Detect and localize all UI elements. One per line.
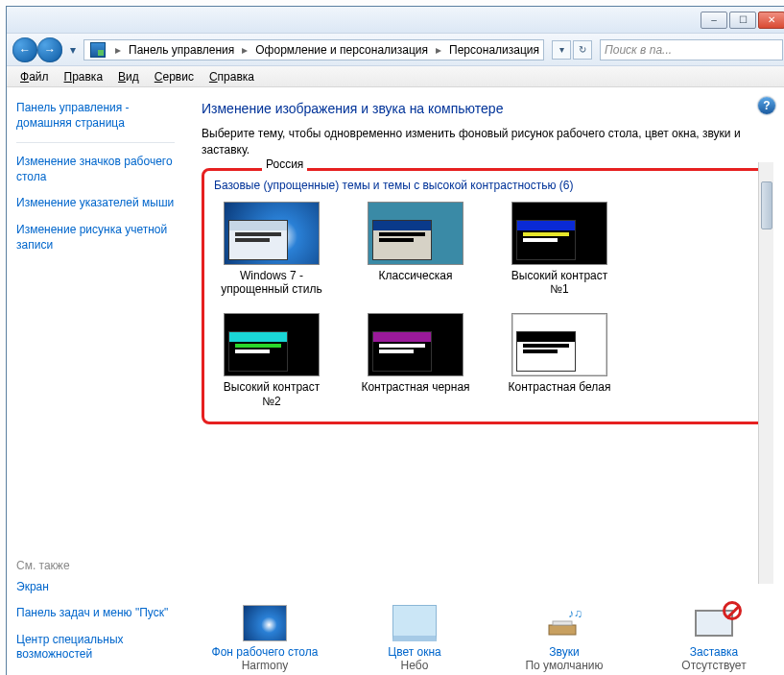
svg-rect-0	[549, 625, 576, 635]
help-icon[interactable]: ?	[758, 97, 775, 114]
page-title: Изменение изображения и звука на компьют…	[202, 101, 772, 116]
history-dropdown-icon[interactable]: ▾	[66, 43, 80, 57]
see-also-ease-of-access[interactable]: Центр специальных возможностей	[16, 633, 175, 663]
minimize-button[interactable]: –	[701, 12, 727, 29]
back-button[interactable]: ←	[12, 37, 37, 62]
menu-edit[interactable]: Правка	[59, 68, 109, 85]
theme-label: Классическая	[379, 269, 453, 282]
bottom-row: Фон рабочего стола Harmony Цвет окна Неб…	[202, 597, 772, 672]
see-also-header: См. также	[16, 559, 175, 572]
option-desktop-background[interactable]: Фон рабочего стола Harmony	[207, 605, 322, 672]
titlebar: – ☐ ✕	[7, 7, 784, 34]
bc-sep-icon: ▸	[430, 43, 447, 57]
sidebar-mouse-pointers[interactable]: Изменение указателей мыши	[16, 196, 175, 211]
window: – ☐ ✕ ← → ▾ ▸ Панель управления ▸ Оформл…	[6, 6, 784, 675]
theme-label: Контрастная черная	[361, 380, 469, 394]
scrollbar[interactable]	[758, 162, 773, 584]
sidebar: Панель управления - домашняя страница Из…	[7, 87, 184, 675]
option-value: По умолчанию	[525, 659, 603, 672]
theme-label: Windows 7 - упрощенный стиль	[214, 269, 329, 297]
sidebar-home-link[interactable]: Панель управления - домашняя страница	[16, 101, 175, 131]
theme-label: Высокий контраст №2	[214, 380, 329, 408]
partial-theme-label: Россия	[262, 157, 307, 171]
sidebar-account-picture[interactable]: Изменение рисунка учетной записи	[16, 223, 175, 253]
svg-text:♪♫: ♪♫	[568, 607, 582, 620]
bc-dropdown-button[interactable]: ▾	[552, 40, 571, 60]
navbar: ← → ▾ ▸ Панель управления ▸ Оформление и…	[7, 34, 784, 66]
bc-control-panel[interactable]: Панель управления	[127, 41, 236, 59]
option-label: Фон рабочего стола	[212, 645, 319, 659]
menu-service[interactable]: Сервис	[149, 68, 200, 85]
option-sounds[interactable]: ♪♫ Звуки По умолчанию	[507, 605, 622, 672]
forward-button[interactable]: →	[37, 37, 62, 62]
maximize-button[interactable]: ☐	[729, 12, 756, 29]
search-input[interactable]: Поиск в па...	[600, 39, 783, 60]
menu-help[interactable]: Справка	[203, 68, 260, 85]
bc-sep-icon: ▸	[109, 43, 127, 57]
screensaver-icon	[692, 605, 736, 641]
breadcrumb: ▸ Панель управления ▸ Оформление и персо…	[83, 39, 544, 60]
bc-sep-icon: ▸	[236, 43, 253, 57]
refresh-button[interactable]: ↻	[573, 40, 592, 60]
sounds-icon: ♪♫	[542, 605, 586, 641]
theme-contrast-black[interactable]: Контрастная черная	[358, 313, 473, 408]
theme-high-contrast-1[interactable]: Высокий контраст №1	[502, 202, 617, 297]
menubar: Файл Правка Вид Сервис Справка	[7, 66, 784, 87]
menu-view[interactable]: Вид	[112, 68, 145, 85]
main: Панель управления - домашняя страница Из…	[7, 87, 784, 675]
option-label: Заставка	[690, 645, 739, 659]
option-label: Звуки	[549, 645, 579, 659]
window-controls: – ☐ ✕	[701, 12, 784, 29]
svg-rect-1	[553, 621, 572, 625]
theme-win7-basic[interactable]: Windows 7 - упрощенный стиль	[214, 202, 329, 297]
theme-contrast-white[interactable]: Контрастная белая	[502, 313, 617, 408]
desktop-background-icon	[243, 605, 287, 641]
see-also: См. также Экран Панель задач и меню "Пус…	[16, 559, 175, 666]
close-button[interactable]: ✕	[758, 12, 784, 29]
menu-file[interactable]: Файл	[14, 68, 55, 85]
nav-arrows: ← →	[12, 37, 62, 62]
highlight-frame: Россия Базовые (упрощенные) темы и темы …	[202, 168, 772, 425]
content: ? Изменение изображения и звука на компь…	[184, 87, 784, 675]
theme-grid: Windows 7 - упрощенный стиль	[214, 202, 759, 409]
option-window-color[interactable]: Цвет окна Небо	[357, 605, 472, 672]
theme-label: Контрастная белая	[509, 380, 611, 394]
option-value: Harmony	[242, 659, 289, 672]
bc-personalization[interactable]: Персонализация	[447, 41, 541, 59]
theme-classic[interactable]: Классическая	[358, 202, 473, 297]
theme-label: Высокий контраст №1	[502, 269, 617, 297]
sidebar-desktop-icons[interactable]: Изменение значков рабочего стола	[16, 155, 175, 184]
page-subtitle: Выберите тему, чтобы одновременно измени…	[202, 126, 772, 158]
option-value: Небо	[401, 659, 429, 672]
control-panel-icon	[90, 42, 106, 58]
option-value: Отсутствует	[681, 659, 746, 672]
see-also-display[interactable]: Экран	[16, 580, 175, 595]
theme-high-contrast-2[interactable]: Высокий контраст №2	[214, 313, 329, 408]
see-also-taskbar[interactable]: Панель задач и меню "Пуск"	[16, 606, 175, 621]
bc-appearance[interactable]: Оформление и персонализация	[253, 41, 430, 59]
option-label: Цвет окна	[388, 645, 440, 659]
section-title: Базовые (упрощенные) темы и темы с высок…	[214, 179, 759, 192]
window-color-icon	[392, 605, 437, 641]
option-screensaver[interactable]: Заставка Отсутствует	[656, 605, 772, 672]
